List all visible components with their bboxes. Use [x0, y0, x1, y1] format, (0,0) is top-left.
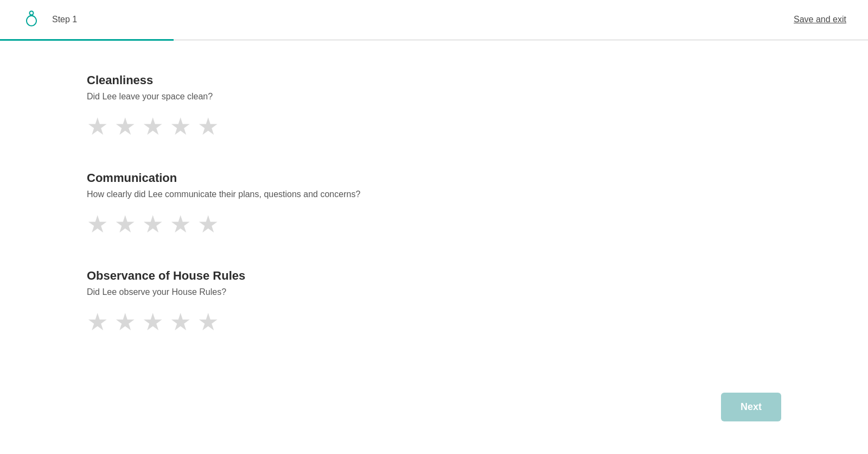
communication-star-5[interactable]: ★ — [197, 212, 219, 236]
house-rules-stars: ★ ★ ★ ★ ★ — [87, 310, 401, 334]
house-rules-title: Observance of House Rules — [87, 269, 401, 283]
communication-title: Communication — [87, 171, 401, 185]
house-rules-star-1[interactable]: ★ — [87, 310, 108, 334]
next-button[interactable]: Next — [721, 393, 781, 421]
step-label: Step 1 — [52, 15, 77, 24]
progress-bar-fill — [0, 39, 174, 41]
house-rules-star-4[interactable]: ★ — [170, 310, 191, 334]
house-rules-star-3[interactable]: ★ — [142, 310, 163, 334]
communication-section: Communication How clearly did Lee commun… — [87, 171, 401, 236]
communication-subtitle: How clearly did Lee communicate their pl… — [87, 190, 401, 199]
header: Step 1 Save and exit — [0, 0, 868, 39]
airbnb-logo — [22, 10, 41, 29]
house-rules-section: Observance of House Rules Did Lee observ… — [87, 269, 401, 334]
save-exit-button[interactable]: Save and exit — [794, 15, 846, 24]
cleanliness-star-2[interactable]: ★ — [114, 115, 136, 138]
cleanliness-star-3[interactable]: ★ — [142, 115, 163, 138]
communication-star-2[interactable]: ★ — [114, 212, 136, 236]
cleanliness-star-5[interactable]: ★ — [197, 115, 219, 138]
cleanliness-star-1[interactable]: ★ — [87, 115, 108, 138]
house-rules-subtitle: Did Lee observe your House Rules? — [87, 287, 401, 297]
cleanliness-subtitle: Did Lee leave your space clean? — [87, 92, 401, 102]
communication-star-3[interactable]: ★ — [142, 212, 163, 236]
cleanliness-star-4[interactable]: ★ — [170, 115, 191, 138]
header-left: Step 1 — [22, 10, 77, 29]
footer: Next — [721, 393, 781, 421]
communication-star-4[interactable]: ★ — [170, 212, 191, 236]
main-content: Cleanliness Did Lee leave your space cle… — [0, 41, 488, 399]
house-rules-star-5[interactable]: ★ — [197, 310, 219, 334]
cleanliness-title: Cleanliness — [87, 73, 401, 87]
house-rules-star-2[interactable]: ★ — [114, 310, 136, 334]
cleanliness-section: Cleanliness Did Lee leave your space cle… — [87, 73, 401, 138]
cleanliness-stars: ★ ★ ★ ★ ★ — [87, 115, 401, 138]
progress-bar-container — [0, 39, 868, 41]
communication-star-1[interactable]: ★ — [87, 212, 108, 236]
communication-stars: ★ ★ ★ ★ ★ — [87, 212, 401, 236]
